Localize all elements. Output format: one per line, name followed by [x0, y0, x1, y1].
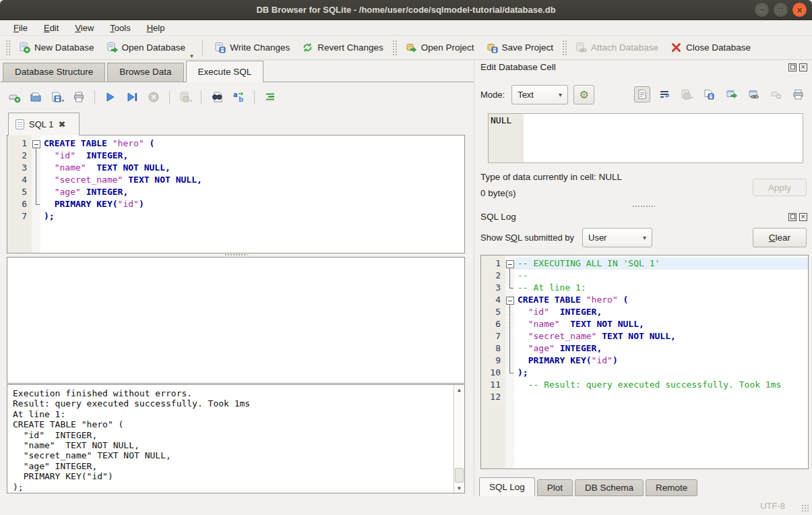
code-line[interactable]: 9 PRIMARY KEY("id")	[481, 355, 808, 367]
new-database-button[interactable]: New Database	[13, 38, 100, 57]
save-file-icon[interactable]	[50, 90, 65, 104]
result-message-line: Execution finished without errors.	[13, 388, 459, 398]
code-line[interactable]: 10);	[481, 367, 808, 379]
execute-all-icon[interactable]	[103, 90, 118, 104]
open-project-button[interactable]: Open Project	[400, 38, 480, 57]
tab-execute-sql[interactable]: Execute SQL	[186, 61, 264, 82]
sql-document-tab[interactable]: SQL 1	[8, 113, 80, 135]
code-line[interactable]: 2--	[481, 270, 808, 282]
toolbar-drag-handle[interactable]	[562, 40, 567, 56]
close-panel-icon[interactable]	[799, 63, 807, 71]
dock-tab-db-schema[interactable]: DB Schema	[575, 479, 644, 496]
sql-log-viewer[interactable]: 1-- EXECUTING ALL IN 'SQL 1'2--3-- At li…	[480, 255, 809, 469]
fold-marker-icon[interactable]	[505, 258, 514, 270]
code-line[interactable]: 1CREATE TABLE "hero" (	[7, 138, 464, 150]
revert-changes-button[interactable]: Revert Changes	[296, 38, 389, 57]
close-database-button[interactable]: Close Database	[664, 38, 757, 57]
dock-splitter[interactable]	[474, 204, 812, 208]
save-project-button[interactable]: Save Project	[480, 38, 560, 57]
maximize-icon[interactable]	[774, 3, 788, 17]
find-icon[interactable]	[210, 90, 224, 104]
code-line[interactable]: 6 "name" TEXT NOT NULL,	[481, 318, 808, 330]
stop-icon[interactable]	[146, 90, 161, 104]
window-close-icon[interactable]	[792, 3, 807, 17]
message-scrollbar[interactable]	[454, 385, 464, 493]
execution-message-panel[interactable]: Execution finished without errors.Result…	[7, 384, 465, 493]
open-external-icon[interactable]	[745, 86, 761, 102]
minimize-icon[interactable]	[755, 3, 769, 17]
execute-line-icon[interactable]	[125, 90, 139, 104]
resize-grip-icon[interactable]	[801, 504, 810, 513]
code-line[interactable]: 4 "secret_name" TEXT NOT NULL,	[7, 174, 464, 186]
sql-tab-close-icon[interactable]	[58, 119, 65, 129]
code-text: "secret_name" TEXT NOT NULL,	[40, 174, 464, 186]
scroll-down-icon[interactable]	[454, 483, 464, 493]
menu-file[interactable]: File	[7, 22, 34, 34]
dock-tab-remote[interactable]: Remote	[646, 479, 697, 496]
tab-browse-data[interactable]: Browse Data	[107, 63, 183, 82]
cell-value-editor[interactable]: NULL	[488, 113, 803, 163]
result-message-line: );	[13, 482, 459, 492]
open-database-button[interactable]: Open Database	[100, 38, 192, 57]
code-line[interactable]: 11 -- Result: query executed successfull…	[481, 379, 808, 391]
result-message-line: PRIMARY KEY("id")	[13, 471, 459, 481]
menu-edit[interactable]: Edit	[37, 22, 65, 34]
code-text: CREATE TABLE "hero" (	[514, 294, 808, 306]
code-line[interactable]: 8 "age" INTEGER,	[481, 342, 808, 355]
apply-button[interactable]: Apply	[753, 179, 807, 196]
fold-marker-icon[interactable]	[32, 138, 40, 150]
text-mode-icon[interactable]	[634, 86, 650, 102]
float-panel-icon[interactable]	[788, 213, 797, 221]
open-file-icon[interactable]	[28, 90, 43, 104]
code-line[interactable]: 3 "name" TEXT NOT NULL,	[7, 162, 464, 174]
open-database-dropdown-icon[interactable]	[190, 53, 197, 59]
save-cell-icon[interactable]	[679, 86, 695, 102]
float-panel-icon[interactable]	[788, 63, 797, 71]
close-panel-icon[interactable]	[799, 213, 807, 221]
code-line[interactable]: 7);	[7, 210, 464, 222]
mode-select[interactable]: Text	[511, 85, 568, 104]
sql-code-editor[interactable]: 1CREATE TABLE "hero" (2 "id" INTEGER,3 "…	[7, 135, 465, 253]
code-text	[514, 391, 808, 403]
code-line[interactable]: 5 "id" INTEGER,	[481, 306, 808, 318]
fold-marker-icon	[32, 186, 40, 198]
code-line[interactable]: 1-- EXECUTING ALL IN 'SQL 1'	[481, 258, 808, 270]
set-null-icon[interactable]	[768, 86, 784, 102]
format-icon[interactable]	[263, 90, 278, 104]
code-line[interactable]: 3-- At line 1:	[481, 282, 808, 294]
code-line[interactable]: 12	[481, 391, 808, 403]
dock-tab-plot[interactable]: Plot	[537, 479, 573, 496]
print-cell-icon[interactable]	[790, 86, 806, 102]
menu-view[interactable]: View	[68, 22, 100, 34]
menu-help[interactable]: Help	[140, 22, 172, 34]
menu-tools[interactable]: Tools	[103, 22, 137, 34]
code-line[interactable]: 6 PRIMARY KEY("id")	[7, 198, 464, 210]
toolbar-drag-handle[interactable]	[392, 40, 397, 56]
code-text: "secret_name" TEXT NOT NULL,	[514, 330, 808, 342]
fold-marker-icon[interactable]	[505, 294, 514, 306]
word-wrap-icon[interactable]	[656, 86, 673, 102]
clear-log-button[interactable]: Clear	[753, 228, 807, 247]
encoding-indicator[interactable]: UTF-8	[760, 501, 785, 511]
replace-icon[interactable]: ab	[231, 90, 246, 104]
auto-switch-mode-button[interactable]	[573, 85, 594, 104]
attach-database-button[interactable]: Attach Database	[569, 38, 664, 57]
log-filter-select[interactable]: User	[582, 228, 652, 247]
save-results-icon[interactable]	[178, 90, 193, 104]
code-line[interactable]: 4CREATE TABLE "hero" (	[481, 294, 808, 306]
code-line[interactable]: 2 "id" INTEGER,	[7, 150, 464, 162]
scrollbar-thumb[interactable]	[455, 468, 464, 483]
results-grid-panel[interactable]	[7, 257, 465, 384]
export-data-icon[interactable]	[723, 86, 739, 102]
import-data-icon[interactable]	[701, 86, 717, 102]
save-project-icon	[487, 42, 498, 53]
scroll-up-icon[interactable]	[454, 385, 464, 394]
print-icon[interactable]	[71, 90, 86, 104]
toolbar-drag-handle[interactable]	[5, 40, 10, 56]
write-changes-button[interactable]: Write Changes	[208, 38, 296, 57]
tab-database-structure[interactable]: Database Structure	[3, 63, 105, 82]
code-line[interactable]: 5 "age" INTEGER,	[7, 186, 464, 198]
code-line[interactable]: 7 "secret_name" TEXT NOT NULL,	[481, 330, 808, 342]
dock-tab-sql-log[interactable]: SQL Log	[479, 477, 535, 496]
open-tab-icon[interactable]	[7, 90, 22, 104]
